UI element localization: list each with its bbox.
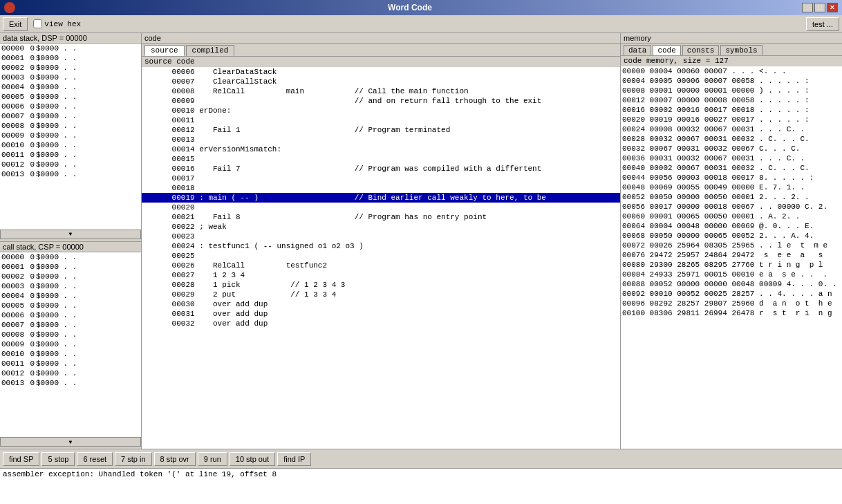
find-sp-button[interactable]: find SP (3, 452, 39, 466)
table-row[interactable]: 00044 00056 00003 00018 00017 8. . . . .… (621, 173, 842, 183)
list-item: 000100 $0000 . . (0, 140, 141, 150)
table-row[interactable]: 00064 00004 00048 00000 00069 @. 0. . . … (621, 221, 842, 231)
tab-source[interactable]: source (144, 45, 185, 56)
table-row[interactable]: 00020 00019 00016 00027 00017 . . . . . … (621, 115, 842, 124)
table-row[interactable]: 00084 24933 25971 00015 00010 e a s e . … (621, 270, 842, 279)
list-item: 000070 $0000 . . (0, 111, 141, 121)
list-item: 000120 $0000 . . (0, 160, 141, 169)
memory-area[interactable]: 00000 00004 00060 00007 . . . <. . .0000… (621, 66, 842, 449)
table-row[interactable]: 00007 ClearCallStack (142, 77, 620, 86)
mem-tab-data[interactable]: data (624, 45, 651, 55)
memory-sub-header: code memory, size = 127 (621, 56, 842, 66)
table-row[interactable]: 00024 00008 00032 00067 00031 . . . C. . (621, 124, 842, 134)
table-row[interactable]: 00031 over add dup (142, 309, 620, 319)
mem-tab-consts[interactable]: consts (682, 45, 720, 55)
table-row[interactable]: 00019 : main ( -- ) // Bind earlier call… (142, 193, 620, 203)
test-button[interactable]: test ... (806, 17, 839, 31)
bottom-controls: find SP5 stop6 reset7 stp in8 stp ovr9 r… (0, 449, 842, 468)
code-header: code (142, 33, 620, 44)
table-row[interactable]: 00100 08306 29811 26994 26478 r s t r i … (621, 308, 842, 318)
table-row[interactable]: 00016 00002 00016 00017 00018 . . . . . … (621, 105, 842, 115)
7-stp-in-button[interactable]: 7 stp in (115, 452, 151, 466)
table-row[interactable]: 00022 ; weak (142, 222, 620, 232)
exit-button[interactable]: Exit (3, 17, 28, 31)
table-row[interactable]: 00023 (142, 232, 620, 241)
memory-header: memory (621, 33, 842, 44)
table-row[interactable]: 00011 (142, 115, 620, 125)
table-row[interactable]: 00032 over add dup (142, 319, 620, 328)
list-item: 000130 $0000 . . (0, 378, 141, 388)
right-panel: memory data code consts symbols code mem… (621, 33, 842, 449)
table-row[interactable]: 00088 00052 00000 00000 00048 00009 4. .… (621, 279, 842, 289)
9-run-button[interactable]: 9 run (198, 452, 227, 466)
table-row[interactable]: 00020 (142, 203, 620, 212)
table-row[interactable]: 00027 1 2 3 4 (142, 270, 620, 280)
list-item: 000080 $0000 . . (0, 121, 141, 131)
table-row[interactable]: 00036 00031 00032 00067 00031 . . . C. . (621, 153, 842, 163)
table-row[interactable]: 00012 Fail 1 // Program terminated (142, 125, 620, 135)
mem-tab-symbols[interactable]: symbols (720, 45, 762, 55)
view-hex-label[interactable]: view hex (33, 19, 81, 28)
table-row[interactable]: 00052 00050 00000 00050 00001 2. . . 2. … (621, 192, 842, 202)
table-row[interactable]: 00012 00007 00000 00008 00058 . . . . . … (621, 95, 842, 105)
data-stack-scroll-down[interactable]: ▼ (0, 230, 141, 239)
minimize-button[interactable]: _ (802, 3, 813, 12)
table-row[interactable]: 00016 Fail 7 // Program was compiled wit… (142, 164, 620, 174)
data-stack-scroll[interactable]: 000000 $0000 . .000010 $0000 . .000020 $… (0, 44, 141, 230)
table-row[interactable]: 00026 RelCall testfunc2 (142, 261, 620, 270)
table-row[interactable]: 00009 // and on return fall trhough to t… (142, 96, 620, 106)
table-row[interactable]: 00032 00067 00031 00032 00067 C. . . C. (621, 144, 842, 153)
call-stack-scroll-down[interactable]: ▼ (0, 437, 141, 447)
close-button[interactable]: ✕ (827, 3, 838, 12)
table-row[interactable]: 00008 00001 00000 00001 00000 ) . . . . … (621, 86, 842, 95)
table-row[interactable]: 00056 00017 00000 00018 00067 . . 00000 … (621, 202, 842, 212)
table-row[interactable]: 00048 00069 00055 00049 00000 E. 7. 1. . (621, 183, 842, 192)
view-hex-checkbox[interactable] (33, 19, 42, 28)
table-row[interactable]: 00030 over add dup (142, 299, 620, 309)
mem-tab-code[interactable]: code (653, 45, 680, 55)
10-stp-out-button[interactable]: 10 stp out (230, 452, 275, 466)
memory-tabs: data code consts symbols (621, 44, 842, 56)
find-ip-button[interactable]: find IP (277, 452, 311, 466)
table-row[interactable]: 00096 08292 28257 29807 25960 d a n o t … (621, 299, 842, 308)
table-row[interactable]: 00014 erVersionMismatch: (142, 144, 620, 154)
table-row[interactable]: 00072 00026 25964 08305 25965 . . l e t … (621, 241, 842, 250)
table-row[interactable]: 00076 29472 25957 24864 29472 s e e a s (621, 250, 842, 260)
table-row[interactable]: 00029 2 put // 1 3 3 4 (142, 290, 620, 299)
maximize-button[interactable]: □ (814, 3, 825, 12)
list-item: 000110 $0000 . . (0, 150, 141, 160)
table-row[interactable]: 00024 : testfunc1 ( -- unsigned o1 o2 o3… (142, 241, 620, 251)
table-row[interactable]: 00060 00001 00065 00050 00001 . A. 2. . (621, 212, 842, 221)
8-stp-ovr-button[interactable]: 8 stp ovr (154, 452, 196, 466)
call-stack-scroll[interactable]: 000000 $0000 . .000010 $0000 . .000020 $… (0, 252, 141, 438)
table-row[interactable]: 00068 00050 00000 00065 00052 2. . . A. … (621, 231, 842, 241)
table-row[interactable]: 00006 ClearDataStack (142, 67, 620, 77)
table-row[interactable]: 00040 00002 00067 00031 00032 . C. . . C… (621, 163, 842, 173)
table-row[interactable]: 00017 (142, 174, 620, 183)
tab-compiled[interactable]: compiled (186, 45, 235, 56)
code-area[interactable]: 00006 ClearDataStack 00007 ClearCallStac… (142, 67, 620, 449)
6-reset-button[interactable]: 6 reset (77, 452, 113, 466)
5-stop-button[interactable]: 5 stop (41, 452, 75, 466)
window-controls: _ □ ✕ (802, 3, 838, 12)
table-row[interactable]: 00000 00004 00060 00007 . . . <. . . (621, 66, 842, 76)
list-item: 000120 $0000 . . (0, 368, 141, 378)
table-row[interactable]: 00028 00032 00067 00031 00032 . C. . . C… (621, 134, 842, 144)
window-title: Word Code (18, 3, 802, 12)
list-item: 000000 $0000 . . (0, 44, 141, 53)
table-row[interactable]: 00028 1 pick // 1 2 3 4 3 (142, 280, 620, 290)
list-item: 000090 $0000 . . (0, 131, 141, 140)
table-row[interactable]: 00080 29300 28265 08295 27760 t r i n g … (621, 260, 842, 270)
table-row[interactable]: 00025 (142, 251, 620, 261)
table-row[interactable]: 00018 (142, 183, 620, 193)
table-row[interactable]: 00008 RelCall main // Call the main func… (142, 86, 620, 96)
table-row[interactable]: 00021 Fail 8 // Program has no entry poi… (142, 212, 620, 222)
list-item: 000020 $0000 . . (0, 63, 141, 73)
table-row[interactable]: 00010 erDone: (142, 106, 620, 115)
list-item: 000000 $0000 . . (0, 252, 141, 262)
table-row[interactable]: 00004 00005 00006 00007 00058 . . . . . … (621, 76, 842, 86)
table-row[interactable]: 00092 00010 00052 00025 28257 . . 4. . .… (621, 289, 842, 299)
table-row[interactable]: 00015 (142, 154, 620, 164)
table-row[interactable]: 00013 (142, 135, 620, 144)
list-item: 000050 $0000 . . (0, 92, 141, 102)
